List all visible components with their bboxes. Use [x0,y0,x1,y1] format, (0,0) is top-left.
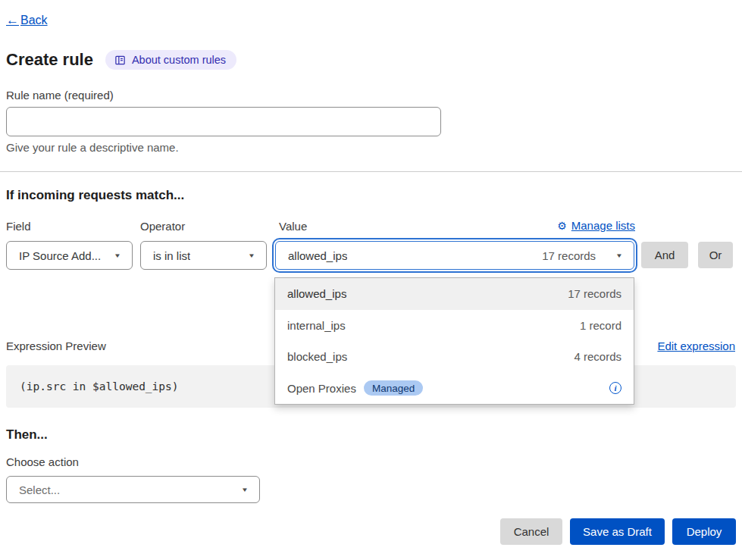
title-row: Create rule About custom rules [6,50,236,70]
section-divider [0,171,742,172]
list-item-name: allowed_ips [287,287,346,300]
rule-name-helper: Give your rule a descriptive name. [6,141,179,154]
info-icon[interactable]: i [609,382,621,394]
back-label: Back [20,14,48,27]
field-select-value: IP Source Add... [19,249,101,262]
manage-lists-label: Manage lists [571,219,635,232]
deploy-button[interactable]: Deploy [672,518,736,545]
expression-code: (ip.src in $allowed_ips) [20,380,179,393]
list-item-name: Open Proxies [287,382,356,395]
action-select[interactable]: Select... ▼ [6,476,260,503]
operator-label: Operator [140,220,185,233]
managed-badge: Managed [364,380,423,396]
page-title: Create rule [6,50,93,70]
action-select-placeholder: Select... [19,483,60,496]
chevron-down-icon: ▼ [615,252,623,259]
list-item-internal-ips[interactable]: internal_ips 1 record [275,310,634,342]
manage-lists-link[interactable]: ⚙ Manage lists [557,219,635,232]
and-button[interactable]: And [641,242,688,268]
cancel-button[interactable]: Cancel [500,518,562,545]
choose-action-label: Choose action [6,455,79,468]
list-item-open-proxies[interactable]: Open Proxies Managed i [275,373,634,405]
field-select[interactable]: IP Source Add... ▼ [6,241,133,270]
list-item-count: 1 record [580,319,621,332]
field-label: Field [6,220,31,233]
rule-name-input[interactable] [6,107,441,136]
list-item-count: 4 records [574,350,621,363]
list-item-count: 17 records [568,287,621,300]
save-as-draft-button[interactable]: Save as Draft [570,518,665,545]
value-select-value: allowed_ips [288,249,347,262]
back-link[interactable]: ← Back [6,13,48,28]
create-rule-page: ← Back Create rule About custom rules Ru… [0,0,742,560]
gear-icon: ⚙ [557,220,567,232]
list-item-name: internal_ips [287,319,346,332]
value-dropdown-panel: allowed_ips 17 records internal_ips 1 re… [274,277,634,405]
about-badge-label: About custom rules [132,54,226,66]
value-label: Value [279,220,307,233]
chevron-down-icon: ▼ [114,252,121,259]
book-icon [114,55,126,66]
edit-expression-link[interactable]: Edit expression [657,339,735,352]
expression-preview-label: Expression Preview [6,339,106,352]
back-arrow-icon: ← [6,13,19,28]
about-custom-rules-link[interactable]: About custom rules [105,50,236,70]
chevron-down-icon: ▼ [248,252,255,259]
chevron-down-icon: ▼ [241,486,249,493]
operator-select[interactable]: is in list ▼ [140,241,267,270]
value-select[interactable]: allowed_ips 17 records ▼ [275,241,634,270]
operator-select-value: is in list [153,249,190,262]
list-item-allowed-ips[interactable]: allowed_ips 17 records [275,278,634,310]
list-item-name: blocked_ips [287,350,347,363]
list-item-blocked-ips[interactable]: blocked_ips 4 records [275,341,634,373]
match-heading: If incoming requests match... [6,188,184,203]
value-select-count: 17 records [542,249,615,262]
rule-name-label: Rule name (required) [6,89,114,102]
or-button[interactable]: Or [698,242,733,268]
then-heading: Then... [6,427,48,443]
